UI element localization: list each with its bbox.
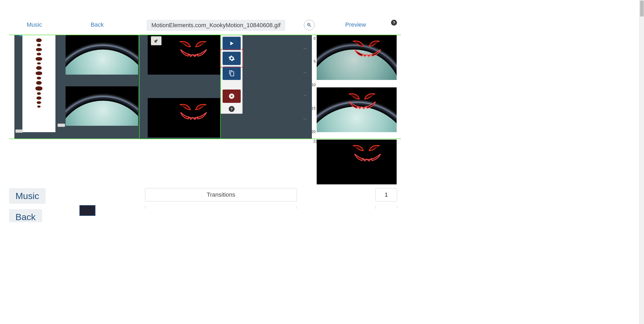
section-title-music[interactable]: Music (9, 188, 46, 204)
panel-help-button[interactable]: ? (229, 106, 235, 112)
preview-thumb-2[interactable] (317, 87, 397, 132)
scrollbar-thumb[interactable] (640, 1, 644, 17)
pin-icon (154, 38, 159, 43)
preview-column (317, 35, 397, 192)
settings-button[interactable] (223, 52, 241, 65)
focus-clip-2[interactable] (148, 98, 220, 137)
back-layer-thumbnail[interactable] (79, 205, 95, 216)
back-transitions-dropdown[interactable] (145, 205, 297, 209)
delete-button[interactable] (223, 90, 241, 103)
preview-thumb-1[interactable] (317, 35, 397, 80)
zoom-in-button[interactable] (304, 20, 315, 30)
music-drag-handle[interactable] (15, 129, 23, 133)
music-selection-marker (19, 35, 22, 36)
play-icon (228, 40, 235, 47)
transitions-dropdown[interactable]: Transitions (145, 188, 297, 201)
back-transitions-count[interactable] (375, 205, 397, 209)
vertical-scrollbar[interactable] (639, 0, 644, 222)
ruler-tick: 10 (303, 83, 316, 87)
close-circle-icon (228, 93, 235, 99)
copy-icon (228, 70, 235, 76)
section-title-back[interactable]: Back (9, 209, 42, 222)
selected-clip-filename: MotionElements.com_KookyMotion_10840608.… (147, 20, 285, 31)
waveform-icon (35, 38, 42, 108)
clip-action-panel: ? (221, 35, 243, 114)
back-clip-1[interactable] (66, 35, 138, 75)
preview-thumb-3[interactable] (317, 140, 397, 184)
ruler-tick: 5 (303, 59, 316, 63)
layers-section: Music Transitions 1 Back (9, 188, 398, 222)
duplicate-button[interactable] (223, 67, 241, 80)
play-button[interactable] (223, 37, 241, 50)
music-waveform-clip[interactable] (22, 35, 55, 132)
pin-button[interactable] (151, 36, 162, 45)
column-header-back: Back (91, 21, 104, 28)
zoom-in-icon (307, 22, 312, 28)
back-drag-handle[interactable] (58, 124, 65, 127)
help-button[interactable]: ? (391, 20, 397, 26)
back-clip-2[interactable] (66, 86, 138, 126)
timeline-header: Music Back Preview MotionElements.com_Ko… (0, 21, 410, 34)
timeline-editor: ? 0 5 10 15 20 22.200 (9, 35, 401, 139)
ruler-tick: 0 (303, 36, 316, 40)
ruler-tick: 20 (303, 129, 316, 134)
column-header-preview: Preview (345, 21, 366, 28)
gear-icon (228, 55, 235, 62)
ruler-tick: 15 (303, 106, 316, 110)
transitions-count[interactable]: 1 (375, 188, 397, 201)
column-header-music: Music (27, 21, 42, 28)
